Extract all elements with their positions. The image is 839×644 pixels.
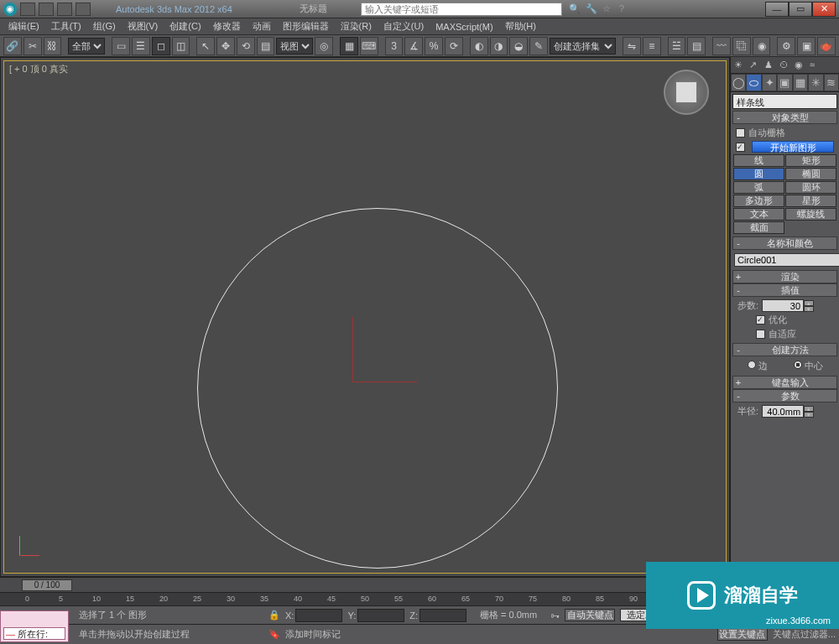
menu-item[interactable]: 帮助(H): [500, 18, 541, 34]
spinner-snap-icon[interactable]: ⟳: [445, 37, 463, 55]
link-icon[interactable]: 🔗: [3, 37, 22, 55]
shape-category-dropdown[interactable]: 样条线: [732, 94, 837, 109]
object-name-input[interactable]: [734, 253, 839, 267]
rollout-header[interactable]: 创建方法: [732, 343, 837, 356]
cameras-tab-icon[interactable]: ▣: [777, 74, 792, 91]
select-object-icon[interactable]: ↖: [196, 37, 215, 55]
rollout-header[interactable]: 名称和颜色: [732, 236, 837, 250]
help-icon[interactable]: ?: [619, 3, 631, 15]
layers-icon[interactable]: ☱: [668, 37, 686, 55]
ns-icon[interactable]: ◑: [490, 37, 508, 55]
percent-snap-icon[interactable]: %: [425, 37, 443, 55]
menu-item[interactable]: 工具(T): [46, 18, 86, 34]
y-input[interactable]: [357, 609, 404, 622]
tag-icon[interactable]: 🔖: [268, 629, 280, 640]
space-tab-icon[interactable]: ✳: [808, 74, 823, 91]
key-icon[interactable]: 🔧: [586, 3, 597, 15]
qa-btn[interactable]: [76, 3, 91, 16]
rollout-header[interactable]: 键盘输入: [732, 376, 837, 389]
autokey-button[interactable]: 自动关键点: [565, 609, 615, 621]
mirror-icon[interactable]: ⇋: [623, 37, 641, 55]
selection-filter[interactable]: 全部: [68, 38, 105, 55]
manipulate-icon[interactable]: ▦: [340, 37, 358, 55]
arrow-icon[interactable]: ↗: [749, 60, 761, 71]
circle-shape[interactable]: [197, 208, 558, 569]
radius-spinner[interactable]: ▴▾: [762, 405, 814, 418]
star-icon[interactable]: ☆: [602, 3, 614, 15]
startnew-checkbox[interactable]: [736, 143, 745, 152]
menu-item[interactable]: 图形编辑器: [278, 18, 334, 34]
search-icon[interactable]: 🔍: [569, 3, 581, 15]
globe-icon[interactable]: ◉: [795, 60, 806, 71]
z-input[interactable]: [420, 609, 466, 622]
render-setup-icon[interactable]: ⚙: [777, 37, 795, 55]
text-button[interactable]: 文本: [733, 208, 784, 221]
pivot-icon[interactable]: ◎: [315, 37, 333, 55]
ns-icon[interactable]: ◒: [509, 37, 528, 55]
material-icon[interactable]: ◉: [753, 37, 771, 55]
key-filter[interactable]: 关键点过滤器...: [773, 628, 836, 641]
window-crossing-icon[interactable]: ◫: [172, 37, 190, 55]
line-button[interactable]: 线: [733, 154, 784, 167]
adaptive-checkbox[interactable]: [756, 330, 765, 339]
menu-item[interactable]: 创建(C): [164, 18, 206, 34]
bind-icon[interactable]: ⛓: [44, 37, 62, 55]
systems-tab-icon[interactable]: ≋: [824, 74, 839, 91]
select-name-icon[interactable]: ☰: [132, 37, 150, 55]
menu-item[interactable]: 动画: [248, 18, 276, 34]
keyboard-icon[interactable]: ⌨: [360, 37, 378, 55]
rollout-header[interactable]: 渲染: [732, 270, 837, 283]
edge-radio[interactable]: 边: [748, 360, 768, 372]
ref-coord-system[interactable]: 视图: [276, 38, 313, 55]
minimize-button[interactable]: —: [765, 2, 789, 17]
arc-button[interactable]: 弧: [733, 181, 784, 194]
qa-btn[interactable]: [39, 3, 54, 16]
select-icon[interactable]: ▭: [112, 37, 130, 55]
unlink-icon[interactable]: ✂: [23, 37, 42, 55]
schematic-icon[interactable]: ⿻: [732, 37, 751, 55]
lights-tab-icon[interactable]: ✦: [762, 74, 777, 91]
render-frame-icon[interactable]: ▣: [797, 37, 816, 55]
render-icon[interactable]: 🫖: [817, 37, 836, 55]
close-button[interactable]: ✕: [812, 2, 836, 17]
start-new-shape-button[interactable]: 开始新图形: [752, 141, 834, 153]
light-icon[interactable]: ☀: [734, 60, 746, 71]
scale-icon[interactable]: ▤: [257, 37, 275, 55]
menu-item[interactable]: 修改器: [208, 18, 246, 34]
steps-spinner[interactable]: ▴▾: [762, 299, 814, 312]
rectangle-button[interactable]: 矩形: [785, 154, 836, 167]
time-thumb[interactable]: 0 / 100: [22, 579, 72, 591]
geom-tab-icon[interactable]: ◯: [731, 74, 746, 91]
donut-button[interactable]: 圆环: [785, 181, 836, 194]
viewport-label[interactable]: [ + 0 顶 0 真实: [9, 63, 68, 75]
align-icon[interactable]: ≡: [643, 37, 661, 55]
viewcube[interactable]: [664, 70, 709, 115]
maximize-button[interactable]: ▭: [789, 2, 812, 17]
optimize-checkbox[interactable]: [756, 315, 765, 325]
person-icon[interactable]: ♟: [764, 60, 776, 71]
rollout-header[interactable]: 插值: [732, 283, 837, 297]
viewport-active[interactable]: [ + 0 顶 0 真实: [3, 60, 727, 574]
qa-btn[interactable]: [57, 3, 72, 16]
shapes-tab-icon[interactable]: ⬭: [746, 74, 761, 91]
ns-icon[interactable]: ◐: [470, 37, 488, 55]
rollout-header[interactable]: 对象类型: [732, 111, 837, 124]
add-time-tag[interactable]: 添加时间标记: [285, 628, 341, 641]
key-icon[interactable]: 🗝: [550, 610, 560, 621]
script-listener[interactable]: — 所在行:: [0, 610, 69, 642]
menu-item[interactable]: 编辑(E): [3, 18, 44, 34]
snap-icon[interactable]: 3: [385, 37, 404, 55]
x-input[interactable]: [295, 609, 342, 622]
curve-ed-icon[interactable]: 〰: [712, 37, 731, 55]
move-icon[interactable]: ✥: [216, 37, 235, 55]
lock-icon[interactable]: 🔒: [268, 610, 280, 621]
setkey-button[interactable]: 设置关键点: [717, 628, 768, 641]
viewport[interactable]: [ + 0 顶 0 真实: [0, 57, 730, 577]
autogrid-checkbox[interactable]: [736, 128, 745, 138]
layer-mgr-icon[interactable]: ▤: [687, 37, 706, 55]
menu-item[interactable]: MAXScript(M): [430, 20, 498, 34]
edit-ns-icon[interactable]: ✎: [529, 37, 548, 55]
named-sel-set[interactable]: 创建选择集: [550, 38, 616, 55]
select-region-icon[interactable]: ◻: [152, 37, 170, 55]
help-search-input[interactable]: [361, 3, 562, 16]
